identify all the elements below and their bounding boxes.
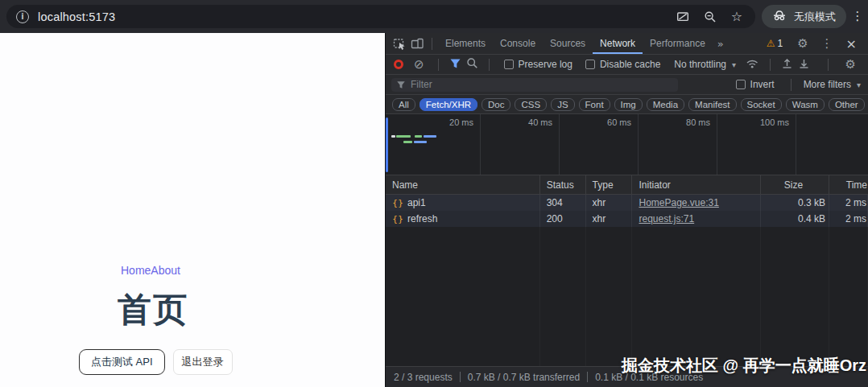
more-filters-label: More filters	[804, 79, 851, 90]
tick-label: 60 ms	[575, 117, 631, 127]
info-icon[interactable]: i	[16, 10, 29, 23]
request-size: 0.4 kB	[761, 211, 829, 227]
chip-socket[interactable]: Socket	[741, 98, 782, 111]
chip-manifest[interactable]: Manifest	[688, 98, 736, 111]
chevron-down-icon: ▾	[857, 80, 861, 89]
throttling-select[interactable]: No throttling ▾	[674, 59, 736, 70]
filter-input-box[interactable]	[391, 78, 678, 92]
filter-funnel-icon[interactable]	[449, 58, 461, 72]
filter-input[interactable]	[411, 79, 673, 90]
table-row[interactable]: {} refresh 200 xhr request.js:71 0.4 kB …	[386, 211, 868, 227]
chip-wasm[interactable]: Wasm	[786, 98, 825, 111]
devtools-close-icon[interactable]: ×	[840, 36, 863, 51]
request-time: 2 ms	[829, 195, 868, 211]
nav-link-about[interactable]: About	[151, 264, 180, 277]
waterfall-bar	[415, 135, 422, 138]
bookmark-star-icon[interactable]: ☆	[731, 10, 742, 23]
tab-elements[interactable]: Elements	[438, 33, 493, 54]
chip-media[interactable]: Media	[647, 98, 684, 111]
more-tabs-icon[interactable]: »	[713, 38, 729, 50]
preserve-log-label: Preserve log	[519, 59, 572, 70]
invert-label: Invert	[750, 79, 775, 90]
preserve-log-checkbox[interactable]	[504, 60, 514, 69]
chip-other[interactable]: Other	[829, 98, 865, 111]
disable-cache-checkbox[interactable]	[585, 60, 595, 69]
incognito-badge: 无痕模式	[762, 5, 846, 28]
page-buttons: 点击测试 API 退出登录	[79, 349, 233, 375]
chip-css[interactable]: CSS	[515, 98, 547, 111]
network-toolbar: ⊘ Preserve log Disable cache No throttli…	[386, 55, 868, 75]
tick-label: 100 ms	[733, 117, 789, 127]
nav-link-home[interactable]: Home	[121, 264, 151, 277]
chip-doc[interactable]: Doc	[482, 98, 510, 111]
chevron-down-icon: ▾	[732, 60, 736, 69]
gridline	[717, 114, 717, 175]
browser-toolbar: i localhost:5173 ☆ 无痕模式 ⋮	[0, 0, 868, 33]
column-header-size[interactable]: Size	[761, 175, 829, 194]
chip-js[interactable]: JS	[551, 98, 574, 111]
chip-font[interactable]: Font	[579, 98, 610, 111]
network-settings-icon[interactable]: ⚙	[839, 57, 862, 72]
gridline	[559, 114, 560, 175]
test-api-button[interactable]: 点击测试 API	[79, 349, 165, 375]
screen: i localhost:5173 ☆ 无痕模式 ⋮ HomeAbout	[0, 0, 868, 387]
web-page: HomeAbout 首页 点击测试 API 退出登录	[0, 33, 385, 387]
browser-menu-icon[interactable]: ⋮	[850, 9, 865, 23]
devtools-settings-icon[interactable]: ⚙	[791, 36, 814, 51]
initiator-link[interactable]: request.js:71	[639, 213, 694, 224]
column-header-status[interactable]: Status	[540, 175, 586, 194]
request-status: 200	[540, 211, 586, 227]
search-icon[interactable]	[466, 57, 478, 72]
empty-column	[586, 227, 633, 366]
xhr-braces-icon: {}	[392, 214, 403, 224]
request-size: 0.3 kB	[761, 195, 829, 211]
column-header-time[interactable]: Time	[829, 175, 868, 194]
chip-fetch-xhr[interactable]: Fetch/XHR	[420, 98, 477, 111]
invert-toggle: Invert	[736, 79, 775, 90]
request-table-header: Name Status Type Initiator Size Time	[386, 175, 868, 195]
column-header-initiator[interactable]: Initiator	[632, 175, 761, 194]
tab-performance[interactable]: Performance	[643, 33, 713, 54]
export-har-icon[interactable]	[798, 57, 810, 72]
request-type: xhr	[586, 211, 633, 227]
column-header-name[interactable]: Name	[386, 175, 540, 194]
tab-network[interactable]: Network	[593, 33, 643, 54]
xhr-braces-icon: {}	[392, 198, 403, 208]
network-overview-timeline[interactable]: 20 ms 40 ms 60 ms 80 ms 100 ms	[386, 114, 868, 175]
devtools-menu-icon[interactable]: ⋮	[815, 36, 840, 51]
waterfall-bar	[391, 135, 395, 138]
divider	[460, 372, 461, 382]
chip-all[interactable]: All	[392, 98, 415, 111]
empty-column	[761, 227, 829, 366]
device-toolbar-icon[interactable]	[408, 35, 426, 52]
table-empty-area	[386, 227, 868, 366]
preserve-log-toggle: Preserve log	[504, 59, 572, 70]
network-conditions-icon[interactable]	[746, 57, 759, 72]
table-row[interactable]: {} api1 304 xhr HomePage.vue:31 0.3 kB 2…	[386, 195, 868, 211]
tab-sources[interactable]: Sources	[543, 33, 593, 54]
clear-icon[interactable]: ⊘	[411, 57, 428, 72]
issues-badge[interactable]: ⚠ 1	[767, 38, 783, 49]
inspect-element-icon[interactable]	[391, 35, 408, 52]
tab-console[interactable]: Console	[493, 33, 543, 54]
summary-transferred: 0.7 kB / 0.7 kB transferred	[468, 372, 580, 383]
incognito-icon	[772, 9, 787, 24]
summary-requests: 2 / 3 requests	[394, 372, 453, 383]
logout-button[interactable]: 退出登录	[173, 349, 233, 375]
chip-img[interactable]: Img	[614, 98, 643, 111]
initiator-link[interactable]: HomePage.vue:31	[639, 197, 718, 208]
zoom-icon[interactable]	[704, 10, 717, 23]
more-filters-button[interactable]: More filters ▾	[804, 79, 862, 90]
invert-checkbox[interactable]	[736, 80, 746, 89]
request-name: refresh	[407, 213, 437, 224]
record-icon[interactable]	[394, 60, 403, 69]
import-har-icon[interactable]	[781, 57, 793, 72]
column-header-type[interactable]: Type	[586, 175, 633, 194]
page-nav: HomeAbout	[121, 264, 180, 277]
empty-column	[386, 227, 540, 366]
send-to-device-icon[interactable]	[676, 10, 689, 23]
page-title: 首页	[118, 287, 188, 332]
address-bar[interactable]: i localhost:5173 ☆	[6, 5, 755, 28]
overview-handle[interactable]	[386, 117, 388, 172]
waterfall-bar	[396, 135, 411, 138]
